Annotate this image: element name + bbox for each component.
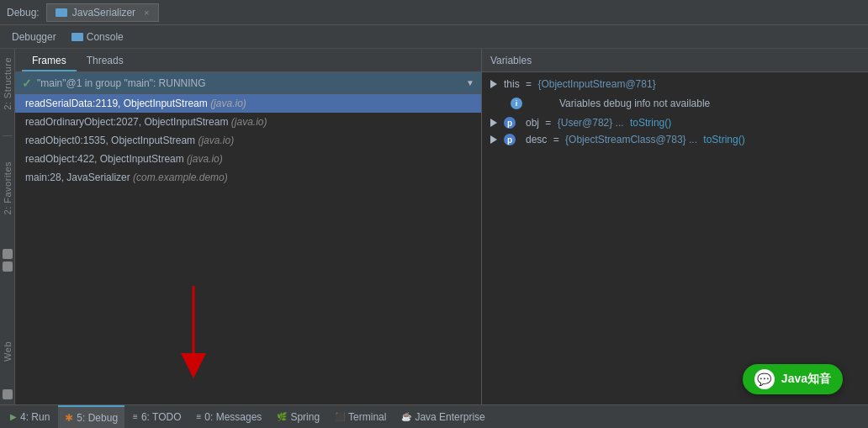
thread-selector[interactable]: ✓ "main"@1 in group "main": RUNNING ▼ [15, 72, 481, 94]
frame-method: readSerialData:2119, ObjectInputStream [25, 98, 210, 109]
left-panel: Frames Threads ✓ "main"@1 in group "main… [15, 49, 482, 404]
wechat-text: Java知音 [781, 372, 831, 387]
console-label: Console [87, 31, 124, 43]
debug-label: 5: Debug [77, 412, 118, 424]
messages-icon: ≡ [196, 412, 201, 421]
frame-item[interactable]: readObject:422, ObjectInputStream (java.… [15, 150, 481, 168]
bottom-bar: ▶ 4: Run ✱ 5: Debug ≡ 6: TODO ≡ 0: Messa… [0, 404, 868, 428]
console-icon [71, 33, 83, 41]
sidebar-item-web[interactable]: Web [3, 341, 13, 362]
frame-method: main:28, JavaSerializer [25, 172, 133, 183]
debug-tab-label: JavaSerializer [72, 7, 135, 18]
frame-item[interactable]: readSerialData:2119, ObjectInputStream (… [15, 94, 481, 113]
tab-frames[interactable]: Frames [22, 51, 77, 71]
var-item-warning: i Variables debug info not available [482, 92, 868, 114]
main-content: 2: Structure 2: Favorites Web Frames Thr… [0, 49, 868, 404]
frame-package: (com.example.demo) [133, 172, 228, 183]
variables-title: Variables [490, 55, 532, 66]
info-icon: i [511, 98, 522, 109]
debug-bar: Debug: JavaSerializer × [0, 0, 868, 25]
frame-package: (java.io) [231, 116, 267, 128]
close-icon[interactable]: × [144, 8, 149, 18]
expand-icon[interactable] [490, 135, 497, 144]
tab-terminal[interactable]: ⬛ Terminal [328, 405, 393, 428]
tab-debug[interactable]: ✱ 5: Debug [58, 405, 124, 428]
java-icon: ☕ [401, 412, 411, 421]
spring-label: Spring [290, 411, 320, 423]
var-item-this[interactable]: this = {ObjectInputStream@781} [482, 76, 868, 92]
variables-list: this = {ObjectInputStream@781} i Variabl… [482, 72, 868, 404]
debug-tab-icon [56, 8, 67, 17]
check-icon: ✓ [22, 77, 32, 90]
sidebar-item-favorites[interactable]: 2: Favorites [3, 161, 13, 214]
messages-label: 0: Messages [204, 411, 262, 423]
java-enterprise-label: Java Enterprise [415, 411, 484, 423]
tab-java-enterprise[interactable]: ☕ Java Enterprise [394, 405, 491, 428]
dropdown-arrow-icon[interactable]: ▼ [466, 78, 474, 87]
run-label: 4: Run [20, 411, 50, 423]
var-item-obj[interactable]: p obj = {User@782} ... toString() [482, 114, 868, 131]
frame-item[interactable]: readOrdinaryObject:2027, ObjectInputStre… [15, 113, 481, 131]
toolbar-row: Debugger Console [0, 25, 868, 49]
terminal-icon: ⬛ [335, 412, 345, 421]
frame-method: readObject:422, ObjectInputStream [25, 153, 187, 165]
frame-method: readOrdinaryObject:2027, ObjectInputStre… [25, 116, 231, 128]
tab-todo[interactable]: ≡ 6: TODO [126, 405, 188, 428]
expand-icon[interactable] [490, 80, 497, 88]
right-panel: Variables this = {ObjectInputStream@781}… [482, 49, 868, 404]
tostring-link[interactable]: toString() [630, 117, 671, 129]
console-button[interactable]: Console [66, 29, 129, 45]
variables-header: Variables [482, 49, 868, 72]
var-item-desc[interactable]: p desc = {ObjectStreamClass@783} ... toS… [482, 131, 868, 148]
thread-text: "main"@1 in group "main": RUNNING [37, 77, 461, 89]
frames-list: readSerialData:2119, ObjectInputStream (… [15, 94, 481, 404]
type-icon-p: p [504, 134, 516, 145]
frame-item[interactable]: readObject0:1535, ObjectInputStream (jav… [15, 131, 481, 150]
debug-label: Debug: [7, 7, 40, 18]
tab-run[interactable]: ▶ 4: Run [3, 405, 56, 428]
tab-messages[interactable]: ≡ 0: Messages [189, 405, 268, 428]
tab-threads[interactable]: Threads [77, 51, 134, 71]
debug-icon: ✱ [65, 412, 73, 424]
run-icon: ▶ [10, 412, 17, 421]
wechat-icon: 💬 [754, 369, 775, 389]
type-icon-p: p [504, 117, 516, 129]
todo-label: 6: TODO [141, 411, 182, 423]
tabs-row: Frames Threads [15, 49, 481, 72]
frame-package: (java.io) [198, 135, 234, 146]
spring-icon: 🌿 [277, 412, 287, 421]
frame-package: (java.io) [187, 153, 223, 165]
sidebar-item-structure[interactable]: 2: Structure [3, 57, 13, 110]
tab-spring[interactable]: 🌿 Spring [270, 405, 326, 428]
frame-method: readObject0:1535, ObjectInputStream [25, 135, 198, 146]
debugger-label: Debugger [12, 31, 56, 43]
expand-icon[interactable] [490, 119, 497, 127]
side-labels: 2: Structure 2: Favorites Web [0, 49, 15, 404]
frame-item[interactable]: main:28, JavaSerializer (com.example.dem… [15, 168, 481, 187]
tostring-link[interactable]: toString() [703, 134, 744, 145]
wechat-badge: 💬 Java知音 [743, 364, 843, 394]
debug-tab[interactable]: JavaSerializer × [46, 3, 159, 22]
frame-package: (java.io) [210, 98, 246, 109]
terminal-label: Terminal [348, 411, 386, 423]
todo-icon: ≡ [133, 412, 138, 421]
debugger-button[interactable]: Debugger [7, 29, 61, 45]
